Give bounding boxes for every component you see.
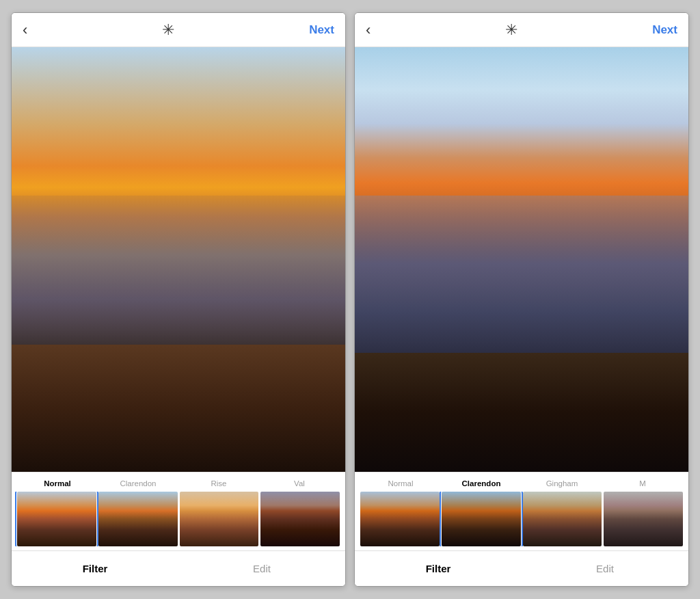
right-tab-bar: Filter Edit <box>355 550 688 586</box>
left-edit-tab-label: Edit <box>253 563 271 574</box>
left-thumb-clarendon[interactable] <box>98 492 178 546</box>
right-filter-strip: Normal Clarendon Gingham M <box>355 472 688 550</box>
left-thumb-val[interactable] <box>260 492 340 546</box>
right-top-bar: ‹ ✳ Next <box>355 13 688 47</box>
left-sun-icon: ✳ <box>162 21 174 39</box>
right-sun-icon: ✳ <box>505 21 517 39</box>
left-tab-filter[interactable]: Filter <box>12 551 178 586</box>
left-thumb-rise[interactable] <box>180 492 259 546</box>
right-tab-edit[interactable]: Edit <box>522 551 688 586</box>
right-filter-tab-label: Filter <box>426 563 451 574</box>
left-phone: ‹ ✳ Next Normal Clarendon Rise Val Filte… <box>11 12 346 587</box>
right-thumb-clarendon[interactable] <box>442 492 521 546</box>
right-tab-filter[interactable]: Filter <box>355 551 522 586</box>
left-main-image <box>12 47 345 472</box>
right-next-button[interactable]: Next <box>652 23 677 37</box>
right-filter-label-gingham[interactable]: Gingham <box>522 479 602 488</box>
right-filter-labels: Normal Clarendon Gingham M <box>355 479 688 492</box>
right-edit-tab-label: Edit <box>596 563 614 574</box>
left-filter-label-rise[interactable]: Rise <box>178 479 259 488</box>
left-filter-tab-label: Filter <box>83 563 108 574</box>
right-back-button[interactable]: ‹ <box>366 21 371 39</box>
left-filter-thumbnails <box>12 492 345 546</box>
left-thumb-normal[interactable] <box>17 492 96 546</box>
right-phone: ‹ ✳ Next Normal Clarendon Gingham M Filt… <box>354 12 689 587</box>
right-main-image <box>355 47 688 472</box>
right-thumb-normal[interactable] <box>360 492 440 546</box>
left-next-button[interactable]: Next <box>309 23 334 37</box>
right-sunset-image <box>355 47 688 472</box>
left-sunset-image <box>12 47 345 472</box>
left-filter-label-val[interactable]: Val <box>259 479 340 488</box>
left-filter-label-normal[interactable]: Normal <box>17 479 98 488</box>
right-thumb-gingham[interactable] <box>523 492 602 546</box>
left-tab-edit[interactable]: Edit <box>178 551 345 586</box>
right-filter-label-m[interactable]: M <box>602 479 683 488</box>
left-filter-labels: Normal Clarendon Rise Val <box>12 479 345 492</box>
right-filter-label-clarendon[interactable]: Clarendon <box>441 479 522 488</box>
left-back-button[interactable]: ‹ <box>23 21 27 39</box>
left-filter-label-clarendon[interactable]: Clarendon <box>98 479 178 488</box>
right-thumb-m[interactable] <box>604 492 683 546</box>
right-filter-thumbnails <box>355 492 688 546</box>
right-filter-label-normal[interactable]: Normal <box>360 479 441 488</box>
left-tab-bar: Filter Edit <box>12 550 345 586</box>
left-top-bar: ‹ ✳ Next <box>12 13 345 47</box>
left-filter-strip: Normal Clarendon Rise Val <box>12 472 345 550</box>
